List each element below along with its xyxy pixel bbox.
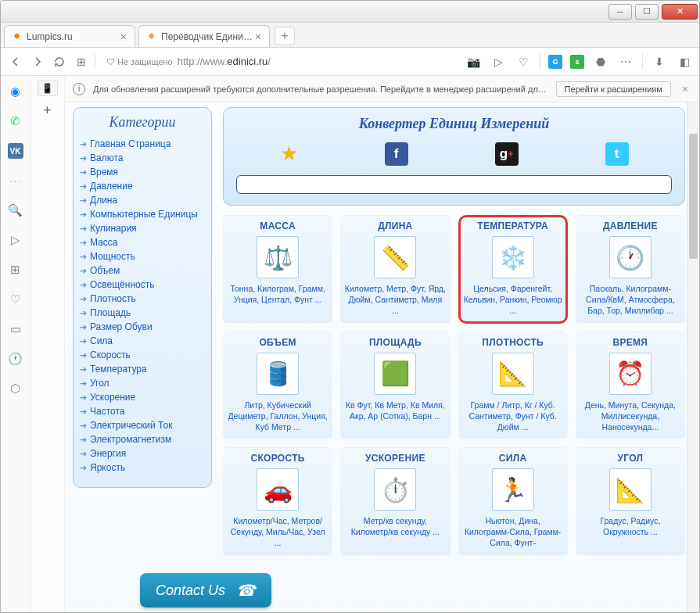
unit-card-скорость[interactable]: СКОРОСТЬ🚗Километр/Час, Метров/Секунду, М… — [223, 447, 332, 556]
extension-icon-1[interactable]: G — [548, 55, 562, 69]
nav-reload-button[interactable] — [51, 53, 68, 70]
add-button[interactable]: + — [38, 102, 58, 118]
category-item[interactable]: ➔Главная Страница — [78, 137, 206, 151]
window-minimize-button[interactable]: ─ — [608, 4, 632, 20]
category-link[interactable]: Масса — [90, 237, 117, 248]
whatsapp-icon[interactable]: ✆ — [8, 113, 23, 129]
extension-icon-3[interactable]: ⬣ — [592, 53, 609, 70]
history-icon[interactable]: 🕐 — [8, 351, 23, 367]
new-tab-button[interactable]: + — [275, 27, 295, 45]
nav-forward-button[interactable] — [29, 53, 46, 70]
contact-us-button[interactable]: Contact Us ☎ — [140, 573, 271, 608]
unit-card-масса[interactable]: МАССА⚖️Тонна, Килограм, Грамм, Унция, Це… — [223, 215, 332, 324]
category-item[interactable]: ➔Электрический Ток — [78, 418, 206, 432]
nav-back-button[interactable] — [7, 53, 24, 70]
category-item[interactable]: ➔Сила — [78, 334, 206, 348]
vk-icon[interactable]: VK — [8, 143, 23, 159]
cube-icon[interactable]: ⬡ — [8, 381, 23, 396]
category-item[interactable]: ➔Кулинария — [78, 221, 206, 235]
category-link[interactable]: Компьютерные Единицы — [90, 209, 198, 220]
window-maximize-button[interactable]: ☐ — [635, 4, 659, 20]
unit-card-объем[interactable]: ОБЪЕМ🛢️Литр, Кубический Дециметр, Галлон… — [223, 332, 332, 440]
category-link[interactable]: Энергия — [90, 448, 126, 459]
category-link[interactable]: Время — [90, 167, 118, 177]
send-icon[interactable]: ▷ — [8, 232, 23, 248]
category-item[interactable]: ➔Частота — [78, 404, 206, 418]
unit-card-температура[interactable]: ТЕМПЕРАТУРА❄️Цельсия, Фаренгейт, Кельвин… — [458, 215, 568, 324]
unit-card-угол[interactable]: УГОЛ📐Градус, Радиус, Окружность ... — [576, 447, 685, 556]
tab-close-icon[interactable]: × — [119, 30, 128, 43]
category-item[interactable]: ➔Площадь — [78, 306, 206, 320]
category-item[interactable]: ➔Скорость — [78, 348, 206, 362]
camera-icon[interactable]: 📷 — [465, 53, 482, 70]
window-close-button[interactable]: ✕ — [662, 4, 698, 20]
play-icon[interactable]: ▷ — [490, 53, 507, 70]
category-item[interactable]: ➔Температура — [78, 362, 206, 376]
vertical-scrollbar[interactable] — [687, 102, 699, 613]
search-icon[interactable]: 🔍 — [8, 203, 23, 218]
news-icon[interactable]: ▭ — [8, 321, 23, 337]
category-link[interactable]: Яркость — [90, 462, 125, 473]
category-item[interactable]: ➔Объем — [78, 263, 206, 278]
category-item[interactable]: ➔Освещённость — [78, 278, 206, 292]
category-item[interactable]: ➔Мощность — [78, 249, 206, 263]
category-link[interactable]: Электромагнетизм — [90, 434, 171, 445]
category-item[interactable]: ➔Ускорение — [78, 390, 206, 404]
scrollbar-thumb[interactable] — [689, 134, 698, 259]
category-link[interactable]: Электрический Ток — [90, 420, 172, 431]
speed-dial-icon[interactable]: ⊞ — [73, 53, 90, 70]
unit-card-ускорение[interactable]: УСКОРЕНИЕ⏱️Метр/кв секунду, Километр/кв … — [340, 447, 450, 556]
category-link[interactable]: Валюта — [90, 152, 123, 163]
category-link[interactable]: Главная Страница — [90, 138, 171, 149]
category-item[interactable]: ➔Угол — [78, 376, 206, 390]
category-item[interactable]: ➔Компьютерные Единицы — [78, 207, 206, 221]
category-link[interactable]: Температура — [90, 364, 147, 375]
category-link[interactable]: Скорость — [90, 350, 131, 360]
category-link[interactable]: Размер Обуви — [90, 321, 153, 332]
favorite-star-icon[interactable]: ★ — [280, 142, 298, 166]
category-item[interactable]: ➔Давление — [78, 179, 206, 193]
unit-card-давление[interactable]: ДАВЛЕНИЕ🕐Паскаль, Килограмм-Сила/КвМ, Ат… — [576, 215, 685, 324]
category-link[interactable]: Давление — [90, 181, 133, 192]
category-item[interactable]: ➔Время — [78, 165, 206, 179]
unit-card-плотность[interactable]: ПЛОТНОСТЬ📐Грамм / Литр, Кг / Куб. Сантим… — [458, 332, 568, 440]
unit-card-площадь[interactable]: ПЛОЩАДЬ🟩Кв Фут, Кв Метр, Кв Миля, Акр, А… — [340, 332, 450, 440]
extension-icon-2[interactable]: s — [570, 55, 584, 69]
category-item[interactable]: ➔Размер Обуви — [78, 320, 206, 334]
category-link[interactable]: Плотность — [90, 293, 136, 304]
category-link[interactable]: Кулинария — [90, 223, 137, 234]
apps-icon[interactable]: ⊞ — [8, 262, 23, 278]
twitter-icon[interactable]: t — [605, 142, 629, 166]
unit-card-сила[interactable]: СИЛА🏃Ньютон, Дина, Килограмм-Сила, Грамм… — [458, 447, 568, 556]
address-field[interactable]: 🛡 Не защищено http://www.edinici.ru/ — [100, 54, 460, 69]
category-link[interactable]: Ускорение — [90, 392, 135, 403]
category-item[interactable]: ➔Плотность — [78, 292, 206, 306]
sidebar-toggle-icon[interactable]: ◧ — [676, 53, 693, 70]
category-link[interactable]: Объем — [90, 265, 120, 276]
category-link[interactable]: Длина — [90, 195, 117, 206]
category-link[interactable]: Площадь — [90, 307, 131, 318]
category-link[interactable]: Освещённость — [90, 279, 154, 290]
downloads-icon[interactable]: ⬇ — [651, 53, 668, 70]
category-item[interactable]: ➔Яркость — [78, 461, 206, 475]
category-link[interactable]: Угол — [90, 378, 109, 389]
facebook-icon[interactable]: f — [385, 142, 408, 166]
category-item[interactable]: ➔Длина — [78, 193, 206, 207]
category-item[interactable]: ➔Масса — [78, 235, 206, 249]
notification-close-icon[interactable]: × — [679, 83, 691, 95]
unit-card-длина[interactable]: ДЛИНА📏Километр, Метр, Фут, Ярд, Дюйм, Са… — [340, 215, 450, 324]
category-link[interactable]: Частота — [90, 406, 124, 417]
bookmark-icon[interactable]: ♡ — [515, 53, 532, 70]
messenger-icon[interactable]: ◉ — [8, 84, 23, 99]
tab-close-icon[interactable]: × — [253, 30, 263, 43]
heart-icon[interactable]: ♡ — [8, 292, 23, 307]
go-to-extensions-button[interactable]: Перейти к расширениям — [556, 81, 671, 97]
category-item[interactable]: ➔Валюта — [78, 151, 206, 165]
category-link[interactable]: Мощность — [90, 251, 135, 262]
category-link[interactable]: Сила — [90, 335, 113, 346]
category-item[interactable]: ➔Энергия — [78, 446, 206, 461]
phone-badge-icon[interactable]: 📱 — [38, 81, 58, 96]
tab-lumpics[interactable]: ✸ Lumpics.ru × — [4, 25, 135, 47]
converter-search-input[interactable] — [236, 175, 672, 194]
googleplus-icon[interactable]: g+ — [495, 142, 519, 166]
